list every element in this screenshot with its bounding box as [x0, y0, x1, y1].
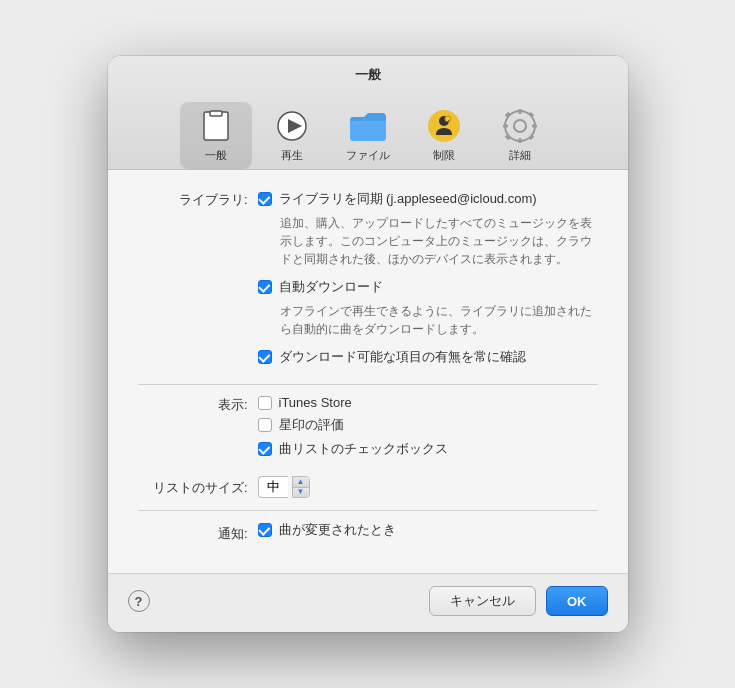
library-row: ライブラリ: ライブラリを同期 (j.appleseed@icloud.com)…: [138, 190, 598, 372]
sync-library-row: ライブラリを同期 (j.appleseed@icloud.com): [258, 190, 598, 208]
notifications-label: 通知:: [138, 524, 248, 543]
list-size-content: 中 ▲ ▼: [248, 476, 598, 498]
auto-download-desc: オフラインで再生できるように、ライブラリに追加されたら自動的に曲をダウンロードし…: [280, 302, 598, 338]
sync-library-desc: 追加、購入、アップロードしたすべてのミュージックを表示します。このコンピュータ上…: [280, 214, 598, 268]
dialog-title: 一般: [108, 66, 628, 84]
tab-restrict[interactable]: ✓ 制限: [408, 102, 480, 169]
footer-buttons: キャンセル OK: [429, 586, 608, 616]
svg-text:✓: ✓: [446, 118, 450, 124]
toolbar: 一般 再生 ファ: [108, 94, 628, 169]
itunes-store-label: iTunes Store: [279, 395, 352, 410]
song-changed-row: 曲が変更されたとき: [258, 521, 598, 539]
advanced-icon: [502, 108, 538, 144]
tab-files[interactable]: ファイル: [332, 102, 404, 169]
help-button[interactable]: ?: [128, 590, 150, 612]
checkbox-list-checkbox[interactable]: [258, 442, 272, 456]
stepper-down-button[interactable]: ▼: [293, 488, 309, 498]
svg-rect-10: [518, 109, 521, 114]
tab-playback[interactable]: 再生: [256, 102, 328, 169]
song-changed-checkbox[interactable]: [258, 523, 272, 537]
list-size-stepper: 中 ▲ ▼: [258, 476, 598, 498]
divider-2: [138, 510, 598, 511]
auto-download-checkbox[interactable]: [258, 280, 272, 294]
check-downloads-label: ダウンロード可能な項目の有無を常に確認: [279, 348, 526, 366]
auto-download-label: 自動ダウンロード: [279, 278, 383, 296]
svg-rect-1: [210, 111, 222, 116]
tab-playback-label: 再生: [281, 148, 303, 163]
library-label: ライブラリ:: [138, 190, 248, 209]
general-icon: [198, 108, 234, 144]
star-rating-checkbox[interactable]: [258, 418, 272, 432]
library-content: ライブラリを同期 (j.appleseed@icloud.com) 追加、購入、…: [248, 190, 598, 372]
content-area: ライブラリ: ライブラリを同期 (j.appleseed@icloud.com)…: [108, 170, 628, 573]
ok-button[interactable]: OK: [546, 586, 608, 616]
svg-rect-17: [528, 135, 534, 141]
display-row: 表示: iTunes Store 星印の評価 曲リストのチェックボックス: [138, 395, 598, 464]
svg-rect-11: [518, 138, 521, 143]
svg-rect-15: [528, 112, 534, 118]
tab-advanced-label: 詳細: [509, 148, 531, 163]
playback-icon: [274, 108, 310, 144]
restrict-icon: ✓: [426, 108, 462, 144]
star-rating-row: 星印の評価: [258, 416, 598, 434]
stepper-controls: ▲ ▼: [292, 476, 310, 498]
checkbox-list-row: 曲リストのチェックボックス: [258, 440, 598, 458]
list-size-row: リストのサイズ: 中 ▲ ▼: [138, 476, 598, 498]
title-bar: 一般 一般 再生: [108, 56, 628, 170]
divider-1: [138, 384, 598, 385]
check-downloads-checkbox[interactable]: [258, 350, 272, 364]
notifications-row: 通知: 曲が変更されたとき: [138, 521, 598, 545]
sync-library-checkbox[interactable]: [258, 192, 272, 206]
check-downloads-row: ダウンロード可能な項目の有無を常に確認: [258, 348, 598, 366]
stepper-up-button[interactable]: ▲: [293, 477, 309, 488]
display-content: iTunes Store 星印の評価 曲リストのチェックボックス: [248, 395, 598, 464]
tab-files-label: ファイル: [346, 148, 390, 163]
star-rating-label: 星印の評価: [279, 416, 344, 434]
notifications-content: 曲が変更されたとき: [248, 521, 598, 545]
svg-rect-12: [503, 125, 508, 128]
tab-general[interactable]: 一般: [180, 102, 252, 169]
checkbox-list-label: 曲リストのチェックボックス: [279, 440, 448, 458]
footer-left: ?: [128, 590, 430, 612]
tab-general-label: 一般: [205, 148, 227, 163]
itunes-store-checkbox[interactable]: [258, 396, 272, 410]
auto-download-row: 自動ダウンロード: [258, 278, 598, 296]
svg-point-9: [514, 120, 526, 132]
tab-restrict-label: 制限: [433, 148, 455, 163]
cancel-button[interactable]: キャンセル: [429, 586, 536, 616]
display-label: 表示:: [138, 395, 248, 414]
itunes-store-row: iTunes Store: [258, 395, 598, 410]
svg-rect-13: [532, 125, 537, 128]
sync-library-label: ライブラリを同期 (j.appleseed@icloud.com): [279, 190, 537, 208]
tab-advanced[interactable]: 詳細: [484, 102, 556, 169]
list-size-value: 中: [258, 476, 288, 498]
preferences-dialog: 一般 一般 再生: [108, 56, 628, 632]
list-size-label: リストのサイズ:: [138, 478, 248, 497]
dialog-footer: ? キャンセル OK: [108, 573, 628, 632]
song-changed-label: 曲が変更されたとき: [279, 521, 396, 539]
files-icon: [350, 108, 386, 144]
